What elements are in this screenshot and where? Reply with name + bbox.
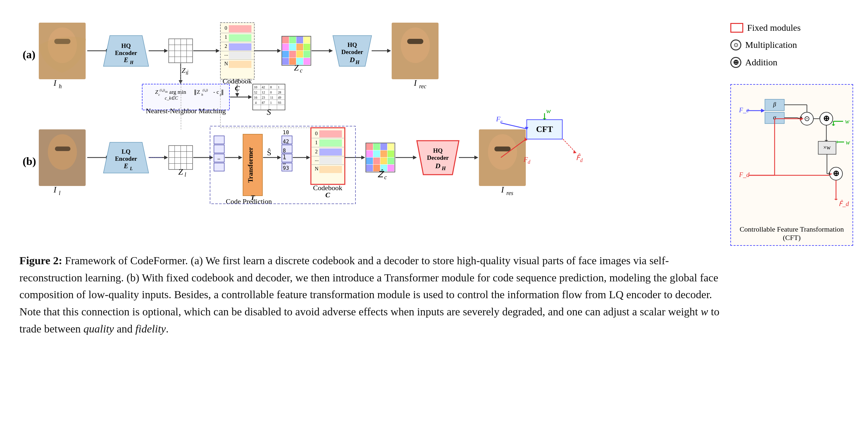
svg-text:10: 10 [283, 130, 289, 136]
face-ires-glasses [494, 146, 510, 151]
decoder-hq-var: D [349, 56, 355, 64]
svg-text:4: 4 [255, 101, 256, 105]
svg-text:1: 1 [278, 85, 280, 89]
cft-box-label: CFT [536, 124, 553, 134]
zl-label-sub: l [185, 171, 186, 178]
svg-marker-134 [834, 199, 838, 200]
svg-rect-55 [214, 136, 224, 144]
svg-rect-44 [282, 58, 289, 65]
nn-label-text: Nearest-Neighbor Matching [146, 107, 225, 115]
face-irec-glasses [407, 39, 423, 44]
face-il-sublabel: l [59, 190, 60, 196]
arrow-zchat-dec2-head [413, 155, 417, 160]
face-ires-label: I [501, 185, 504, 194]
svg-text:28: 28 [278, 90, 281, 94]
cb-index-0: 0 [225, 25, 227, 31]
svg-rect-83 [380, 143, 387, 150]
zc-grid [282, 36, 311, 65]
face-ih-label: I [53, 78, 57, 88]
legend-fixed: Fixed modules [730, 23, 866, 33]
svg-rect-41 [289, 51, 296, 58]
svg-rect-91 [380, 158, 387, 164]
svg-rect-75 [319, 148, 342, 155]
svg-marker-139 [832, 124, 835, 126]
legend-mult-label: Multiplication [745, 40, 797, 50]
svg-rect-32 [282, 36, 289, 43]
svg-rect-42 [296, 51, 303, 58]
arrow-cb2-zchat-head [361, 155, 365, 160]
svg-text:42: 42 [283, 138, 289, 145]
encoder-lq-text1: LQ [122, 148, 130, 155]
cft-svg: F_e β α ⊙ ⊕ ×w [736, 90, 852, 245]
zh-grid [169, 39, 193, 63]
cb-row2 [229, 43, 251, 51]
face-ires-face [488, 134, 517, 170]
cb2-index-2: 2 [315, 149, 318, 154]
face-ires-sublabel: res [506, 190, 513, 196]
nn-zh-sup: (i,j) [203, 88, 208, 92]
face-ih-sublabel: h [59, 83, 62, 90]
svg-text:…: … [217, 155, 220, 161]
svg-rect-92 [388, 158, 394, 164]
svg-text:w: w [846, 139, 850, 146]
encoder-hq-var: E [123, 56, 128, 63]
zchat-grid [366, 143, 395, 172]
row-b-label: (b) [23, 155, 36, 168]
svg-rect-86 [373, 150, 380, 157]
svg-text:87: 87 [262, 101, 265, 105]
svg-text:⊕: ⊕ [823, 114, 830, 122]
svg-text:w: w [845, 118, 849, 125]
caption-area: Figure 2: Framework of CodeFormer. (a) W… [20, 252, 730, 337]
svg-rect-38 [296, 44, 303, 51]
fidelity-italic: fidelity [135, 323, 166, 335]
arrow-enc-zh-head [164, 49, 168, 53]
svg-text:1: 1 [270, 101, 272, 105]
caption-text-main: Framework of CodeFormer. (a) We first le… [20, 255, 718, 318]
zc-label-text: Z [294, 63, 299, 73]
nn-constraint: c_k∈C [165, 96, 178, 101]
svg-rect-93 [366, 165, 373, 171]
arrow-zc-dec-head [329, 49, 333, 53]
cft-diagram: F_e β α ⊙ ⊕ ×w [730, 84, 853, 246]
zl-label-text: Z [178, 167, 183, 177]
svg-text:12: 12 [262, 90, 265, 94]
quality-italic: quality [83, 323, 114, 335]
svg-text:×w: ×w [823, 144, 831, 151]
w-label: w [546, 107, 551, 115]
shat-label: Ŝ [267, 148, 271, 157]
svg-text:10: 10 [254, 85, 257, 89]
nn-formula-sub: c [158, 92, 160, 96]
cb2-index-dots: ... [315, 157, 319, 162]
encoder-lq-text2: Encoder [115, 155, 137, 162]
caption-text: Figure 2: Framework of CodeFormer. (a) W… [20, 252, 730, 337]
nn-zh-sub: h [201, 92, 203, 96]
svg-rect-39 [304, 44, 310, 51]
legend-area: Fixed modules ⊙ Multiplication ⊕ Additio… [730, 13, 866, 246]
svg-marker-120 [837, 140, 837, 144]
cft-fe-label: F_e [739, 106, 749, 114]
svg-rect-56 [214, 145, 224, 153]
cb-row-dots [229, 52, 251, 59]
legend-fixed-icon [730, 23, 743, 33]
svg-rect-77 [319, 157, 342, 164]
decoder-hq-text1: HQ [347, 41, 357, 48]
decoder-b-text1: HQ [433, 147, 443, 154]
svg-rect-43 [304, 51, 310, 58]
caption-text3: and [114, 323, 135, 335]
svg-text:⊕: ⊕ [833, 169, 839, 177]
svg-text:49: 49 [278, 96, 281, 99]
svg-rect-34 [296, 36, 303, 43]
fd-label: F [523, 155, 528, 163]
svg-rect-36 [282, 44, 289, 51]
svg-rect-81 [366, 143, 373, 150]
nn-eq: = arg min [165, 89, 186, 95]
arrow-nn-s-head [248, 95, 252, 99]
legend-section: Fixed modules ⊙ Multiplication ⊕ Additio… [730, 23, 866, 75]
row-a-label: (a) [23, 49, 35, 61]
svg-text:8: 8 [283, 147, 286, 153]
svg-text:1: 1 [283, 153, 286, 160]
encoder-hq-text2: Encoder [115, 50, 137, 56]
arrow-dec-irec-head [387, 49, 391, 53]
svg-text:23: 23 [262, 96, 265, 99]
svg-text:F_d: F_d [739, 171, 750, 178]
